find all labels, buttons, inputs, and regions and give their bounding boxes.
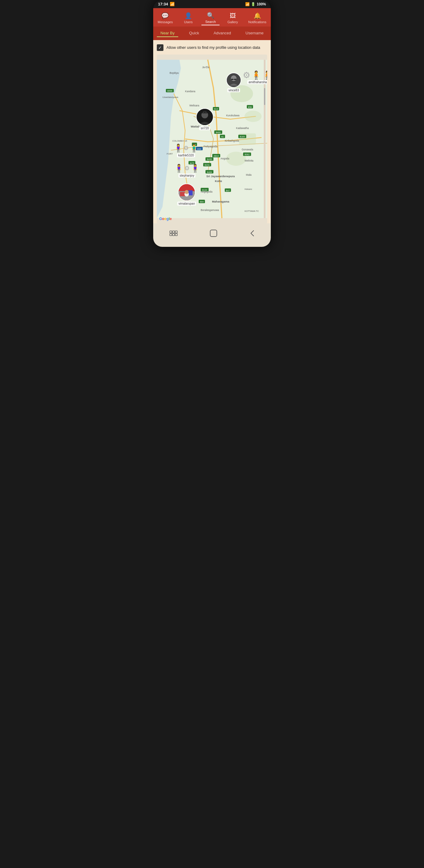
avatar-vimalarupan — [178, 184, 195, 201]
svg-text:Kadawatha: Kadawatha — [236, 127, 249, 130]
svg-text:B362: B362 — [245, 153, 249, 156]
svg-text:B47: B47 — [226, 190, 230, 192]
content-area: ✓ Allow other users to find my profile u… — [153, 40, 271, 223]
notifications-icon: 🔔 — [253, 12, 261, 19]
status-bar: 17:34 📶 📶 🔋 100% — [153, 0, 271, 8]
messages-label: Messages — [158, 20, 173, 24]
back-button[interactable] — [243, 227, 261, 241]
nav-notifications[interactable]: 🔔 Notifications — [246, 11, 269, 25]
person-icon-2: 🧍 — [251, 71, 262, 80]
svg-text:B169: B169 — [240, 135, 245, 138]
subnav-advanced[interactable]: Advanced — [210, 30, 235, 37]
svg-text:Kotte: Kotte — [215, 180, 222, 183]
svg-text:B84: B84 — [200, 201, 204, 203]
username-label-karthik5320: karthik5320 — [177, 153, 195, 157]
location-checkbox[interactable]: ✓ — [157, 44, 163, 51]
svg-rect-80 — [173, 231, 175, 233]
person-icon-3: 🧍 — [262, 71, 267, 80]
wifi-icon: 📶 — [245, 2, 250, 6]
messages-icon: 💬 — [161, 12, 169, 19]
stephan-icon-gear: ⚙ — [184, 164, 190, 172]
svg-rect-82 — [170, 234, 172, 236]
svg-text:Mala: Mala — [246, 173, 252, 176]
subnav-nearby[interactable]: Near By — [157, 30, 178, 37]
svg-text:B58: B58 — [248, 106, 252, 108]
svg-text:KOTTAWA TC: KOTTAWA TC — [245, 210, 259, 213]
top-nav: 💬 Messages 👤 Users 🔍 Search 🖼 Gallery 🔔 … — [153, 8, 271, 27]
svg-text:Kandana: Kandana — [185, 90, 195, 93]
svg-rect-81 — [175, 231, 177, 233]
svg-text:Sri Jayawardenepura: Sri Jayawardenepura — [206, 175, 235, 178]
map-pin-vince83[interactable]: vince83 — [226, 73, 241, 92]
search-icon: 🔍 — [207, 12, 214, 19]
username-label-amithaharsha: amithaharsha — [247, 80, 267, 84]
svg-text:AB10: AB10 — [213, 155, 219, 157]
avatar-sri720 — [196, 108, 213, 126]
battery-icon: 🔋 — [251, 2, 255, 6]
users-label: Users — [184, 20, 193, 24]
username-label-vince83: vince83 — [228, 88, 240, 92]
status-left: 17:34 📶 — [158, 2, 175, 6]
nav-messages[interactable]: 💬 Messages — [155, 11, 175, 25]
map-pin-amithaharsha[interactable]: ⚙ 🧍 🧍 amithaharsha — [243, 71, 267, 84]
svg-point-78 — [185, 190, 189, 194]
svg-text:Kurukulawa: Kurukulawa — [226, 114, 239, 117]
gallery-label: Gallery — [228, 20, 238, 24]
svg-rect-79 — [170, 231, 172, 233]
svg-point-65 — [231, 75, 236, 81]
svg-rect-84 — [175, 234, 177, 236]
menu-button[interactable] — [163, 228, 184, 240]
svg-rect-85 — [210, 230, 217, 237]
phone-frame: 17:34 📶 📶 🔋 100% 💬 Messages 👤 Users 🔍 Se… — [153, 0, 271, 247]
location-label: Allow other users to find my profile usi… — [166, 45, 260, 50]
nav-users[interactable]: 👤 Users — [179, 11, 198, 25]
svg-text:Boralesgamuwa: Boralesgamuwa — [201, 209, 219, 212]
svg-text:Welivita: Welivita — [245, 159, 253, 162]
map-container[interactable]: Bopitiya Ja-Ela Kandana Uswetakeiyawa We… — [157, 55, 267, 223]
stephan-icon-2: 🧍‍♀️ — [190, 164, 200, 173]
nav-search[interactable]: 🔍 Search — [202, 10, 219, 25]
stephan-icon-1: 🧍‍♀️ — [174, 164, 184, 173]
map-pin-vimalarupan[interactable]: vimalarupan — [177, 184, 196, 206]
gallery-icon: 🖼 — [230, 12, 236, 19]
svg-text:B460: B460 — [216, 131, 220, 133]
person-icon-1: ⚙ — [243, 71, 250, 80]
svg-rect-63 — [264, 88, 265, 105]
svg-text:Kiribathgoda: Kiribathgoda — [225, 139, 239, 142]
svg-text:FORT: FORT — [167, 153, 173, 155]
svg-text:Uswetakeiyawa: Uswetakeiyawa — [162, 96, 179, 98]
location-permission-row[interactable]: ✓ Allow other users to find my profile u… — [157, 44, 267, 51]
svg-text:COLOMBO 15: COLOMBO 15 — [173, 140, 187, 142]
time: 17:34 — [158, 2, 168, 6]
avatar-vince83 — [226, 73, 241, 88]
subnav-quick[interactable]: Quick — [185, 30, 203, 37]
svg-rect-66 — [231, 79, 234, 80]
username-label-sri720: sri720 — [199, 126, 210, 130]
karthik-icon-1: 🧍‍♀️ — [173, 144, 183, 153]
status-right: 📶 🔋 100% — [245, 2, 266, 6]
notifications-label: Notifications — [248, 20, 266, 24]
search-label: Search — [205, 20, 216, 24]
nav-gallery[interactable]: 🖼 Gallery — [224, 11, 242, 25]
map-pin-karthik5320[interactable]: 🧍‍♀️ ⚙ 🧍‍♂️ karthik5320 — [173, 144, 199, 157]
map-pin-stephanjoy[interactable]: 🧍‍♀️ ⚙ 🧍‍♀️ stephanjoy — [174, 164, 200, 178]
svg-text:Peliyagoda: Peliyagoda — [204, 145, 218, 148]
svg-text:Bopitiya: Bopitiya — [170, 71, 179, 74]
svg-text:Hokanc: Hokanc — [245, 188, 252, 190]
svg-text:B596: B596 — [168, 90, 172, 92]
users-icon: 👤 — [185, 12, 192, 19]
svg-text:B13: B13 — [214, 108, 218, 110]
subnav-username[interactable]: Username — [242, 30, 267, 37]
svg-text:B231: B231 — [205, 164, 210, 166]
signal-icon: 📶 — [170, 2, 175, 6]
bottom-nav — [153, 223, 271, 247]
karthik-icon-gear: ⚙ — [183, 144, 189, 152]
sub-nav: Near By Quick Advanced Username — [153, 27, 271, 40]
svg-text:Gonawala: Gonawala — [242, 148, 253, 151]
home-button[interactable] — [204, 227, 223, 241]
svg-text:A1: A1 — [221, 135, 224, 138]
map-pin-sri720[interactable]: sri720 — [196, 108, 213, 130]
svg-text:Maharagama: Maharagama — [212, 200, 230, 203]
username-label-vimalarupan: vimalarupan — [177, 202, 196, 206]
svg-text:Ja-Ela: Ja-Ela — [202, 66, 209, 69]
